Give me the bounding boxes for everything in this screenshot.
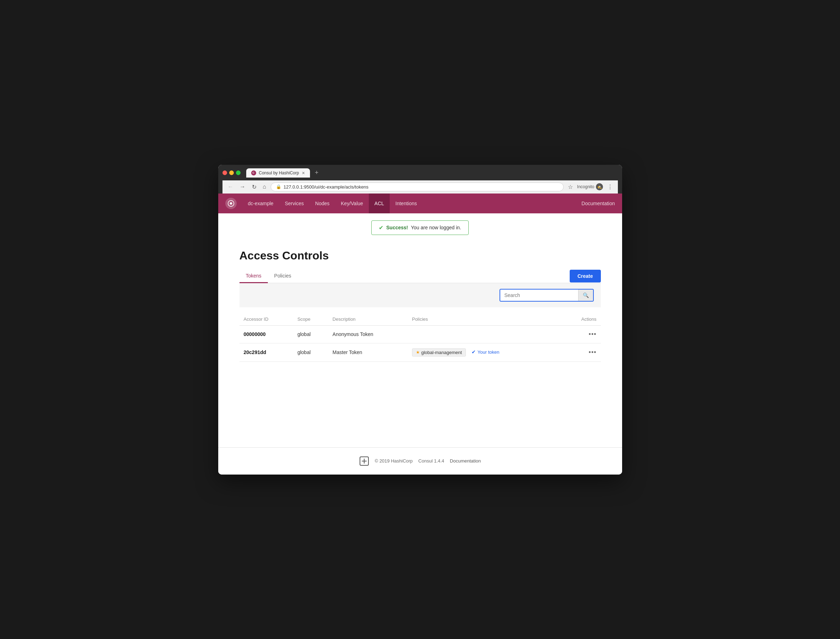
table-row: 20c291dd global Master Token ★ global-ma…: [240, 343, 601, 361]
app-logo: [225, 198, 237, 209]
nav-acl[interactable]: ACL: [369, 194, 390, 213]
col-header-scope: Scope: [293, 313, 328, 326]
your-token-link[interactable]: ✔ Your token: [472, 349, 500, 355]
success-banner: ✔ Success! You are now logged in.: [240, 213, 601, 238]
address-text: 127.0.0.1:9500/ui/dc-example/acls/tokens: [283, 184, 368, 190]
nav-datacenter[interactable]: dc-example: [242, 194, 279, 213]
search-icon: 🔍: [583, 292, 589, 298]
app-content: dc-example Services Nodes Key/Value ACL …: [218, 194, 622, 475]
menu-icon[interactable]: ⋮: [606, 183, 615, 191]
your-token-label: Your token: [478, 350, 500, 355]
nav-documentation-link[interactable]: Documentation: [581, 200, 615, 206]
incognito-icon: 🕵: [596, 183, 603, 190]
footer-logo-icon: [359, 456, 369, 466]
tabs-row: Tokens Policies Create: [240, 269, 601, 283]
maximize-window-button[interactable]: [236, 170, 241, 175]
search-input-wrap: 🔍: [500, 289, 594, 302]
accessor-id-1: 20c291dd: [240, 343, 293, 361]
description-0: Anonymous Token: [329, 325, 408, 343]
new-tab-button[interactable]: +: [315, 169, 319, 176]
policy-badge[interactable]: ★ global-management: [412, 348, 466, 356]
footer-documentation-link[interactable]: Documentation: [450, 458, 481, 464]
page-title-area: Access Controls: [240, 238, 601, 269]
policies-1: ★ global-management ✔ Your token: [408, 343, 562, 361]
actions-menu-button-1[interactable]: •••: [589, 349, 597, 356]
nav-services[interactable]: Services: [279, 194, 310, 213]
scope-1: global: [293, 343, 328, 361]
address-bar[interactable]: 🔒 127.0.0.1:9500/ui/dc-example/acls/toke…: [271, 183, 564, 191]
col-header-description: Description: [329, 313, 408, 326]
accessor-id-0: 00000000: [240, 325, 293, 343]
policies-0: [408, 325, 562, 343]
forward-button[interactable]: →: [238, 183, 247, 191]
success-alert: ✔ Success! You are now logged in.: [371, 221, 468, 235]
check-circle-icon: ✔: [472, 349, 476, 355]
tab-favicon-icon: C: [251, 170, 256, 175]
bookmark-icon[interactable]: ☆: [567, 183, 574, 191]
app-nav: dc-example Services Nodes Key/Value ACL …: [218, 194, 622, 213]
policy-name: global-management: [421, 350, 462, 355]
back-button[interactable]: ←: [226, 183, 235, 191]
nav-keyvalue[interactable]: Key/Value: [335, 194, 369, 213]
success-message: You are now logged in.: [411, 225, 461, 230]
browser-titlebar: C Consul by HashiCorp × +: [222, 168, 618, 178]
consul-logo-icon: [225, 198, 237, 209]
nav-right: Documentation: [581, 200, 615, 207]
browser-window: C Consul by HashiCorp × + ← → ↻ ⌂ 🔒 127.…: [218, 165, 622, 475]
toolbar-right: ☆ Incognito 🕵 ⋮: [567, 183, 615, 191]
footer-copyright: © 2019 HashiCorp: [375, 458, 413, 464]
reload-button[interactable]: ↻: [250, 183, 258, 191]
description-1: Master Token: [329, 343, 408, 361]
svg-point-1: [230, 202, 232, 205]
policy-star-icon: ★: [416, 350, 420, 355]
search-input[interactable]: [500, 289, 578, 301]
nav-nodes[interactable]: Nodes: [310, 194, 335, 213]
tabs-list: Tokens Policies: [240, 269, 298, 283]
tab-tokens[interactable]: Tokens: [240, 269, 268, 283]
col-header-actions: Actions: [562, 313, 601, 326]
close-window-button[interactable]: [222, 170, 227, 175]
col-header-policies: Policies: [408, 313, 562, 326]
actions-menu-button-0[interactable]: •••: [589, 331, 597, 338]
table-row: 00000000 global Anonymous Token •••: [240, 325, 601, 343]
incognito-badge: Incognito 🕵: [577, 183, 603, 190]
table-header-row: Accessor ID Scope Description Policies A…: [240, 313, 601, 326]
home-button[interactable]: ⌂: [261, 183, 268, 191]
actions-1: •••: [562, 343, 601, 361]
tab-policies[interactable]: Policies: [268, 269, 298, 283]
tab-title: Consul by HashiCorp: [259, 170, 299, 175]
scope-0: global: [293, 325, 328, 343]
nav-links: dc-example Services Nodes Key/Value ACL …: [242, 194, 582, 213]
browser-tab[interactable]: C Consul by HashiCorp ×: [246, 168, 310, 178]
nav-intentions[interactable]: Intentions: [390, 194, 422, 213]
search-button[interactable]: 🔍: [578, 289, 593, 301]
app-footer: © 2019 HashiCorp Consul 1.4.4 Documentat…: [218, 447, 622, 475]
incognito-label: Incognito: [577, 184, 594, 189]
actions-0: •••: [562, 325, 601, 343]
browser-toolbar: ← → ↻ ⌂ 🔒 127.0.0.1:9500/ui/dc-example/a…: [222, 180, 618, 194]
page-title: Access Controls: [240, 249, 329, 262]
footer-version: Consul 1.4.4: [418, 458, 444, 464]
minimize-window-button[interactable]: [229, 170, 234, 175]
traffic-lights: [222, 170, 241, 175]
token-table: Accessor ID Scope Description Policies A…: [240, 313, 601, 362]
success-check-icon: ✔: [379, 224, 383, 231]
table-body: 00000000 global Anonymous Token ••• 20c2…: [240, 325, 601, 361]
main-content: ✔ Success! You are now logged in. Access…: [218, 213, 622, 426]
address-lock-icon: 🔒: [276, 184, 281, 189]
browser-chrome: C Consul by HashiCorp × + ← → ↻ ⌂ 🔒 127.…: [218, 165, 622, 194]
tab-close-button[interactable]: ×: [302, 170, 305, 175]
table-header: Accessor ID Scope Description Policies A…: [240, 313, 601, 326]
create-button[interactable]: Create: [570, 270, 601, 283]
col-header-accessor-id: Accessor ID: [240, 313, 293, 326]
success-label: Success!: [386, 225, 408, 230]
search-area: 🔍: [240, 283, 601, 307]
